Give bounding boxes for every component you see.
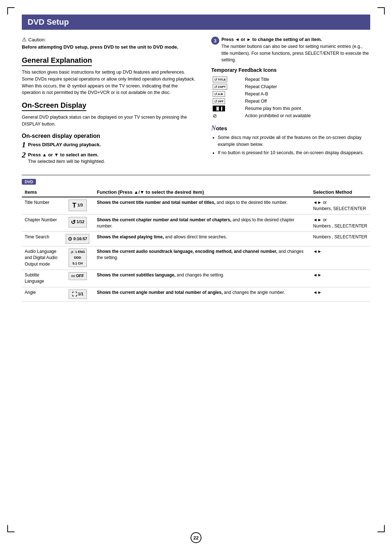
step-3-bold: Press ◄ or ► to change the setting of an… <box>221 37 322 42</box>
caution-title: ⚠ Caution: <box>22 36 197 43</box>
caution-text: Before attempting DVD setup, press DVD t… <box>22 44 197 50</box>
table-row: Angle ⛶ 1/1 Shows the current angle numb… <box>22 287 370 301</box>
note-item-2: If no button is pressed for 10 seconds, … <box>218 149 370 156</box>
on-screen-display-heading: On-Screen Display <box>22 101 86 111</box>
on-screen-display-section: On-Screen Display General DVD playback s… <box>22 101 197 165</box>
page-number: 22 <box>191 532 201 543</box>
col-items: Items <box>22 188 61 197</box>
table-row: Time Search ⊙ 0:16:57 Shows the elapsed … <box>22 232 370 246</box>
step-3: 3 Press ◄ or ► to change the setting of … <box>211 36 370 63</box>
feedback-icon-title: ↺ TITLE <box>211 76 244 83</box>
step-3-desc: Press ◄ or ► to change the setting of an… <box>221 36 370 63</box>
feedback-icon-resume: ▐▌▐ <box>211 105 244 112</box>
left-column: ⚠ Caution: Before attempting DVD setup, … <box>22 36 197 168</box>
row-icon-chapter: ↺ 1/12 <box>61 214 94 232</box>
general-explanation-section: General Explanation This section gives b… <box>22 56 197 96</box>
step-1-bold: Press DISPLAY during playback. <box>28 142 101 147</box>
row-icon-subtitle: ▭ OFF <box>61 270 94 287</box>
feedback-label-chapter: Repeat Chapter <box>244 83 370 90</box>
dvd-badge: DVD <box>22 179 36 185</box>
notes-list: Some discs may not provide all of the fe… <box>211 134 370 156</box>
notes-heading: Notes <box>211 124 370 132</box>
note-item-1: Some discs may not provide all of the fe… <box>218 134 370 148</box>
table-row: Chapter Number ↺ 1/12 Shows the current … <box>22 214 370 232</box>
row-sel-angle: ◄► <box>310 287 370 301</box>
row-func-time: Shows the elapsed playing time, and allo… <box>94 232 310 246</box>
feedback-label-resume: Resume play from this point <box>244 105 370 112</box>
feedback-label-ab: Repeat A-B <box>244 90 370 98</box>
row-sel-chapter: ◄► orNumbers , SELECT/ENTER <box>310 214 370 232</box>
feedback-icon-row-prohibited: ⊘ Action prohibited or not available <box>211 112 370 119</box>
step-3-icon: 3 <box>211 37 219 45</box>
step-1: 1 Press DISPLAY during playback. <box>22 141 197 149</box>
step-2-bold: Press ▲ or ▼ to select an item. <box>28 152 98 157</box>
dvd-setup-header: DVD Setup <box>22 15 370 30</box>
feedback-icon-row-chapter: ↺ CHPT Repeat Chapter <box>211 83 370 90</box>
feedback-icon-prohibited: ⊘ <box>211 112 244 119</box>
row-func-angle: Shows the current angle number and total… <box>94 287 310 301</box>
table-header-row: Items Function (Press ▲/▼ to select the … <box>22 188 370 197</box>
step-2: 2 Press ▲ or ▼ to select an item. The se… <box>22 152 197 165</box>
row-icon-audio: 🔊 1 ENG DDD 5.1 CH <box>61 246 94 270</box>
row-item-subtitle: Subtitle Language <box>22 270 61 287</box>
general-explanation-body: This section gives basic instructions fo… <box>22 69 197 96</box>
step-2-number: 2 <box>22 151 26 159</box>
row-item-time: Time Search <box>22 232 61 246</box>
table-row: Audio Languageand Digital AudioOutput mo… <box>22 246 370 270</box>
warning-icon: ⚠ <box>22 36 26 43</box>
feedback-heading: Temporary Feedback Icons <box>211 67 370 73</box>
step-2-content: Press ▲ or ▼ to select an item. The sele… <box>28 152 105 165</box>
corner-mark-br <box>377 525 385 532</box>
row-item-angle: Angle <box>22 287 61 301</box>
step-1-number: 1 <box>22 141 26 149</box>
row-icon-time: ⊙ 0:16:57 <box>61 232 94 246</box>
row-sel-subtitle: ◄► <box>310 270 370 287</box>
feedback-icon-row-resume: ▐▌▐ Resume play from this point <box>211 105 370 112</box>
row-item-title: Title Number <box>22 197 61 214</box>
notes-heading-text: otes <box>216 125 227 131</box>
row-item-audio: Audio Languageand Digital AudioOutput mo… <box>22 246 61 270</box>
row-func-audio: Shows the current audio soundtrack langu… <box>94 246 310 270</box>
corner-mark-tr <box>377 7 385 15</box>
on-screen-display-sub-heading: On-screen display operation <box>22 133 197 139</box>
row-sel-title: ◄► orNumbers, SELECT/ENTER <box>310 197 370 214</box>
general-explanation-heading: General Explanation <box>22 56 92 66</box>
step-2-normal: The selected item will be highlighted. <box>28 159 105 164</box>
row-icon-angle: ⛶ 1/1 <box>61 287 94 301</box>
col-function: Function (Press ▲/▼ to select the desire… <box>94 188 310 197</box>
row-func-title: Shows the current title number and total… <box>94 197 310 214</box>
row-sel-time: Numbers , SELECT/ENTER <box>310 232 370 246</box>
on-screen-display-intro: General DVD playback status can be displ… <box>22 114 197 128</box>
table-row: Subtitle Language ▭ OFF Shows the curren… <box>22 270 370 287</box>
feedback-icon-off: ↺ OFF <box>211 98 244 105</box>
feedback-icon-chapter: ↺ CHPT <box>211 83 244 90</box>
right-column: 3 Press ◄ or ► to change the setting of … <box>211 36 370 168</box>
corner-mark-tl <box>7 7 15 15</box>
feedback-icons-table: ↺ TITLE Repeat Title ↺ CHPT Repeat Chapt… <box>211 76 370 119</box>
table-row: Title Number T 1/3 Shows the current tit… <box>22 197 370 214</box>
col-selection: Selection Method <box>310 188 370 197</box>
feedback-label-off: Repeat Off <box>244 98 370 105</box>
header-title: DVD Setup <box>28 17 69 26</box>
row-sel-audio: ◄► <box>310 246 370 270</box>
feedback-icon-row-title: ↺ TITLE Repeat Title <box>211 76 370 83</box>
dvd-table-section: DVD Items Function (Press ▲/▼ to select … <box>22 175 370 301</box>
corner-mark-bl <box>7 525 15 532</box>
feedback-label-prohibited: Action prohibited or not available <box>244 112 370 119</box>
col-icon <box>61 188 94 197</box>
caution-block: ⚠ Caution: Before attempting DVD setup, … <box>22 36 197 50</box>
row-func-chapter: Shows the current chapter number and tot… <box>94 214 310 232</box>
feedback-label-title: Repeat Title <box>244 76 370 83</box>
step-1-content: Press DISPLAY during playback. <box>28 141 101 148</box>
row-icon-title: T 1/3 <box>61 197 94 214</box>
feedback-icon-row-off: ↺ OFF Repeat Off <box>211 98 370 105</box>
dvd-main-table: Items Function (Press ▲/▼ to select the … <box>22 188 370 301</box>
caution-label: Caution: <box>28 37 46 42</box>
step-3-detail: The number buttons can also be used for … <box>221 44 369 63</box>
feedback-icon-row-ab: ↺ A-B Repeat A-B <box>211 90 370 98</box>
row-func-subtitle: Shows the current subtitles language, an… <box>94 270 310 287</box>
row-item-chapter: Chapter Number <box>22 214 61 232</box>
feedback-icon-ab: ↺ A-B <box>211 90 244 98</box>
